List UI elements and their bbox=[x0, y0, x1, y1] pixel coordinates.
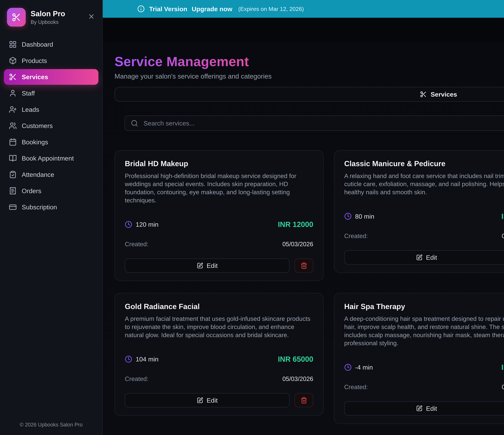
tab-services[interactable]: Services bbox=[115, 87, 504, 102]
clock-icon bbox=[344, 364, 351, 371]
created-label: Created: bbox=[344, 232, 368, 239]
sidebar-item-dashboard[interactable]: Dashboard bbox=[4, 36, 98, 52]
edit-icon bbox=[197, 397, 203, 404]
service-meta-row: -4 min INR 1379 bbox=[344, 363, 504, 372]
service-created-row: Created: 05/03/2026 bbox=[125, 241, 313, 248]
clock-icon bbox=[125, 221, 132, 228]
sidebar-item-label: Bookings bbox=[22, 138, 48, 146]
service-meta-row: 80 min INR 1800 bbox=[344, 212, 504, 221]
created-date: 05/03/2026 bbox=[502, 383, 504, 391]
sidebar-header: Salon Pro By Upbooks bbox=[0, 0, 102, 34]
page-header: Service Management Manage your salon's s… bbox=[115, 53, 504, 80]
sidebar-item-orders[interactable]: Orders bbox=[4, 183, 98, 199]
created-label: Created: bbox=[344, 383, 368, 391]
tab-services-label: Services bbox=[431, 91, 457, 98]
topbar: S bbox=[103, 18, 504, 42]
sidebar-item-label: Orders bbox=[22, 187, 41, 195]
service-price: INR 1800 bbox=[501, 212, 504, 221]
close-icon bbox=[88, 13, 95, 20]
service-duration-text: 80 min bbox=[355, 213, 374, 220]
sidebar: Salon Pro By Upbooks Dashboard Products … bbox=[0, 0, 103, 435]
delete-service-button[interactable] bbox=[295, 259, 313, 273]
sidebar-item-attendance[interactable]: Attendance bbox=[4, 167, 98, 183]
created-date: 05/03/2026 bbox=[502, 232, 504, 239]
edit-service-button[interactable]: Edit bbox=[344, 401, 504, 416]
created-label: Created: bbox=[125, 241, 148, 248]
expires-label: (Expires on Mar 12, 2026) bbox=[238, 6, 304, 12]
sidebar-item-subscription[interactable]: Subscription bbox=[4, 199, 98, 215]
close-sidebar-button[interactable] bbox=[87, 12, 96, 22]
sidebar-item-label: Services bbox=[22, 73, 48, 80]
edit-button-label: Edit bbox=[426, 405, 437, 412]
service-cards-grid: Bridal HD Makeup Professional high-defin… bbox=[115, 150, 504, 424]
sidebar-nav: Dashboard Products Services Staff Leads … bbox=[0, 34, 102, 218]
sidebar-item-leads[interactable]: Leads bbox=[4, 102, 98, 117]
app-name: Salon Pro bbox=[31, 9, 65, 18]
scissors-icon bbox=[9, 73, 17, 81]
service-name: Gold Radiance Facial bbox=[125, 302, 313, 311]
sidebar-item-label: Products bbox=[22, 57, 47, 64]
edit-service-button[interactable]: Edit bbox=[125, 393, 290, 407]
sidebar-item-products[interactable]: Products bbox=[4, 53, 98, 69]
service-duration: 104 min bbox=[125, 356, 158, 363]
user-plus-icon bbox=[9, 105, 17, 113]
sidebar-item-label: Leads bbox=[22, 106, 39, 113]
edit-button-label: Edit bbox=[207, 262, 218, 269]
edit-icon bbox=[416, 405, 423, 412]
edit-service-button[interactable]: Edit bbox=[125, 259, 290, 273]
sidebar-item-label: Book Appointment bbox=[22, 155, 74, 162]
sidebar-item-staff[interactable]: Staff bbox=[4, 85, 98, 101]
service-card: Gold Radiance Facial A premium facial tr… bbox=[115, 293, 324, 416]
service-created-row: Created: 05/03/2026 bbox=[344, 383, 504, 391]
clock-icon bbox=[344, 213, 351, 220]
sidebar-item-label: Staff bbox=[22, 89, 35, 97]
trash-icon bbox=[300, 262, 307, 269]
service-name: Bridal HD Makeup bbox=[125, 159, 313, 168]
sidebar-item-label: Dashboard bbox=[22, 41, 53, 48]
service-meta-row: 120 min INR 12000 bbox=[125, 220, 313, 229]
box-icon bbox=[9, 57, 17, 65]
service-card: Classic Manicure & Pedicure A relaxing h… bbox=[334, 150, 504, 273]
edit-service-button[interactable]: Edit bbox=[344, 250, 504, 265]
sidebar-item-label: Customers bbox=[22, 122, 53, 129]
service-actions: Edit bbox=[344, 401, 504, 416]
delete-service-button[interactable] bbox=[295, 393, 313, 407]
sidebar-item-book-appointment[interactable]: Book Appointment bbox=[4, 150, 98, 166]
service-duration: 120 min bbox=[125, 221, 158, 228]
app-title-block: Salon Pro By Upbooks bbox=[31, 9, 65, 25]
sidebar-item-customers[interactable]: Customers bbox=[4, 118, 98, 134]
edit-button-label: Edit bbox=[426, 254, 437, 261]
service-price: INR 65000 bbox=[278, 355, 313, 363]
upgrade-now-link[interactable]: Upgrade now bbox=[192, 5, 232, 13]
calendar-icon bbox=[9, 138, 17, 146]
trash-icon bbox=[300, 397, 307, 404]
clock-icon bbox=[125, 356, 132, 363]
service-created-row: Created: 05/03/2026 bbox=[125, 375, 313, 382]
edit-icon bbox=[197, 262, 203, 269]
service-description: Professional high-definition bridal make… bbox=[125, 172, 313, 204]
users-icon bbox=[9, 122, 17, 130]
page-subtitle: Manage your salon's service offerings an… bbox=[115, 72, 272, 80]
grid-icon bbox=[9, 41, 17, 48]
page-title: Service Management bbox=[115, 53, 272, 70]
edit-button-label: Edit bbox=[207, 397, 218, 404]
sidebar-item-bookings[interactable]: Bookings bbox=[4, 134, 98, 150]
service-created-row: Created: 05/03/2026 bbox=[344, 232, 504, 239]
service-actions: Edit bbox=[125, 393, 313, 407]
scissors-icon bbox=[420, 91, 427, 98]
user-icon bbox=[9, 89, 17, 97]
search-icon bbox=[131, 120, 138, 127]
credit-card-icon bbox=[9, 203, 17, 211]
app-root: Salon Pro By Upbooks Dashboard Products … bbox=[0, 0, 504, 435]
service-card: Hair Spa Therapy A deep-conditioning hai… bbox=[334, 293, 504, 424]
sidebar-item-services[interactable]: Services bbox=[4, 69, 98, 85]
service-price: INR 1379 bbox=[501, 363, 504, 372]
sidebar-item-label: Attendance bbox=[22, 171, 54, 178]
app-logo bbox=[7, 8, 26, 26]
service-duration-text: 120 min bbox=[136, 221, 158, 228]
search-input[interactable] bbox=[143, 119, 504, 127]
created-label: Created: bbox=[125, 375, 148, 382]
service-description: A premium facial treatment that uses gol… bbox=[125, 315, 313, 339]
service-name: Classic Manicure & Pedicure bbox=[344, 159, 504, 168]
page-content: Service Management Manage your salon's s… bbox=[103, 42, 504, 435]
